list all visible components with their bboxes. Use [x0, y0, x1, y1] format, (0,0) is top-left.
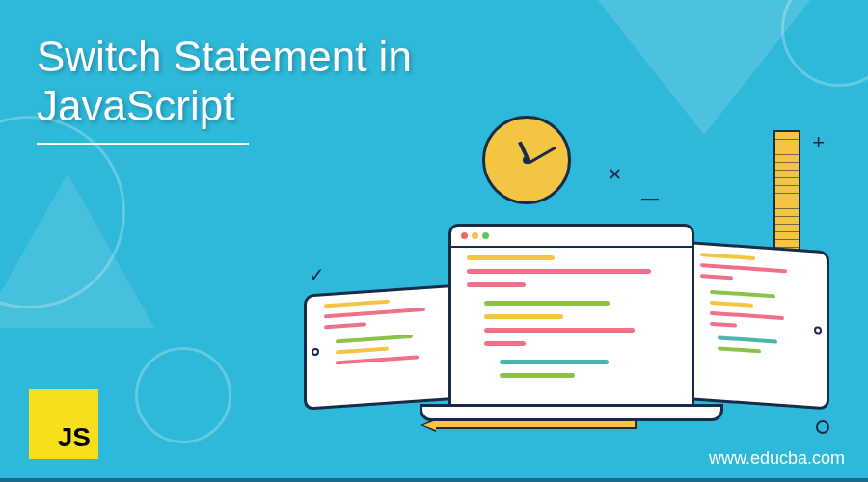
laptop-device — [448, 224, 694, 412]
check-icon: ✓ — [309, 263, 325, 286]
devices-illustration: ✕ — + ✕ ✓ — [294, 120, 834, 448]
clock-icon — [482, 116, 571, 204]
footer-accent-bar — [0, 478, 868, 482]
window-controls-icon — [461, 232, 489, 239]
smartphone-device-left — [304, 283, 463, 411]
javascript-logo: JS — [29, 389, 98, 459]
laptop-screen — [467, 255, 676, 397]
ruler-icon — [773, 130, 800, 251]
smartphone-device-right — [680, 241, 829, 411]
bg-outline-circle — [135, 347, 231, 443]
page-title: Switch Statement in JavaScript — [37, 33, 412, 130]
plus-icon: + — [812, 130, 825, 155]
website-url: www.educba.com — [709, 448, 845, 469]
title-line-2: JavaScript — [37, 82, 234, 129]
phone-screen — [324, 296, 443, 399]
laptop-base — [420, 404, 723, 421]
phone-home-button-icon — [814, 326, 822, 335]
dash-icon: — — [641, 188, 659, 208]
title-line-1: Switch Statement in — [37, 33, 412, 80]
phone-screen — [700, 253, 809, 398]
circle-outline-icon — [816, 420, 829, 434]
x-mark-icon: ✕ — [608, 164, 622, 185]
logo-text: JS — [58, 422, 91, 453]
bg-triangle — [0, 174, 154, 328]
bg-triangle — [598, 0, 810, 135]
phone-home-button-icon — [312, 348, 319, 357]
title-underline — [37, 143, 249, 145]
